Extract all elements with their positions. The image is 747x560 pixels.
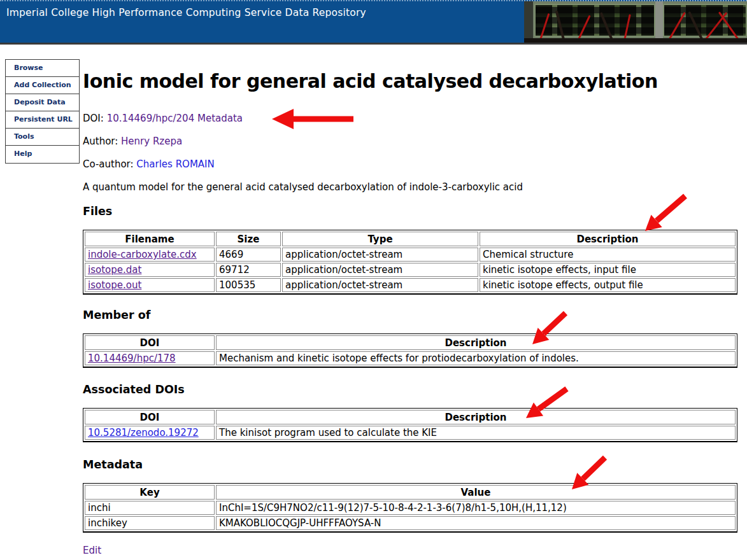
table-row: inchikey KMAKOBLIOCQGJP-UHFFFAOYSA-N <box>85 516 736 530</box>
coauthor-link[interactable]: Charles ROMAIN <box>136 158 214 170</box>
associated-dois-header-row: DOI Description <box>85 410 736 424</box>
table-row: isotope.dat 69712 application/octet-stre… <box>85 263 736 277</box>
table-row: inchi InChI=1S/C9H7NO2/c11-9(12)7-5-10-8… <box>85 501 736 515</box>
abstract-text: A quantum model for the general acid cat… <box>83 181 740 193</box>
sidebar-item-tools[interactable]: Tools <box>6 129 79 146</box>
doi-line: DOI: 10.14469/hpc/204 Metadata <box>83 112 740 125</box>
associated-dois-heading: Associated DOIs <box>83 383 740 396</box>
files-header-row: Filename Size Type Description <box>85 232 736 246</box>
member-of-heading: Member of <box>83 309 740 321</box>
coauthor-line: Co-author: Charles ROMAIN <box>83 158 740 171</box>
page-title: Ionic model for general acid catalysed d… <box>83 70 740 93</box>
sidebar-item-deposit-data[interactable]: Deposit Data <box>6 94 79 111</box>
associated-dois-table: DOI Description 10.5281/zenodo.19272 The… <box>83 408 737 442</box>
file-link[interactable]: indole-carboxylate.cdx <box>88 249 197 260</box>
author-line: Author: Henry Rzepa <box>83 135 740 148</box>
sidebar-item-browse[interactable]: Browse <box>6 60 79 77</box>
file-type: application/octet-stream <box>282 278 478 292</box>
metadata-value: InChI=1S/C9H7NO2/c11-9(12)7-5-10-8-4-2-1… <box>216 501 736 515</box>
associated-description: The kinisot program used to calculate th… <box>216 426 736 440</box>
photo-rack-gap <box>655 1 663 43</box>
member-of-table: DOI Description 10.14469/hpc/178 Mechani… <box>83 333 737 368</box>
table-row: 10.14469/hpc/178 Mechanism and kinetic i… <box>85 351 736 365</box>
site-title: Imperial College High Performance Comput… <box>6 7 366 18</box>
edit-link[interactable]: Edit <box>83 545 101 556</box>
metadata-key: inchikey <box>85 516 215 530</box>
member-description: Mechanism and kinetic isotope effects fo… <box>216 351 736 365</box>
file-type: application/octet-stream <box>282 263 478 277</box>
sidebar-item-add-collection[interactable]: Add Collection <box>6 77 79 94</box>
column-header-size: Size <box>216 232 281 246</box>
column-header-value: Value <box>216 485 736 500</box>
metadata-key: inchi <box>85 501 215 515</box>
member-doi-link[interactable]: 10.14469/hpc/178 <box>88 353 176 364</box>
file-description: kinetic isotope effects, output file <box>480 278 736 292</box>
column-header-type: Type <box>282 232 478 246</box>
column-header-description: Description <box>216 335 736 350</box>
file-link[interactable]: isotope.out <box>88 279 141 291</box>
files-heading: Files <box>83 205 740 218</box>
photo-server-panel <box>534 4 655 37</box>
coauthor-label: Co-author: <box>83 158 134 170</box>
column-header-key: Key <box>85 485 215 500</box>
metadata-value: KMAKOBLIOCQGJP-UHFFFAOYSA-N <box>216 516 736 530</box>
table-row: indole-carboxylate.cdx 4669 application/… <box>85 248 736 262</box>
column-header-doi: DOI <box>85 410 215 424</box>
associated-doi-link[interactable]: 10.5281/zenodo.19272 <box>88 427 199 438</box>
doi-link[interactable]: 10.14469/hpc/204 <box>107 113 195 124</box>
sidebar-item-persistent-url[interactable]: Persistent URL <box>6 111 79 129</box>
photo-rack-base <box>524 38 747 43</box>
metadata-heading: Metadata <box>83 458 740 471</box>
metadata-table: Key Value inchi InChI=1S/C9H7NO2/c11-9(1… <box>83 483 737 533</box>
file-size: 69712 <box>216 263 281 277</box>
file-link[interactable]: isotope.dat <box>88 264 141 276</box>
table-row: isotope.out 100535 application/octet-str… <box>85 278 736 292</box>
file-size: 4669 <box>216 248 281 262</box>
column-header-description: Description <box>480 232 736 246</box>
metadata-link[interactable]: Metadata <box>197 113 243 124</box>
doi-label: DOI: <box>83 113 104 124</box>
file-size: 100535 <box>216 278 281 292</box>
files-table: Filename Size Type Description indole-ca… <box>83 230 737 295</box>
column-header-filename: Filename <box>85 232 215 246</box>
file-description: kinetic isotope effects, input file <box>480 263 736 277</box>
member-of-header-row: DOI Description <box>85 335 736 350</box>
author-link[interactable]: Henry Rzepa <box>121 136 182 147</box>
file-description: Chemical structure <box>480 248 736 262</box>
photo-rack-edge <box>524 1 533 43</box>
column-header-description: Description <box>216 410 736 424</box>
header-photo-hpc-hardware <box>524 1 747 43</box>
site-header: Imperial College High Performance Comput… <box>0 0 747 45</box>
author-label: Author: <box>83 136 118 147</box>
main-content: Ionic model for general acid catalysed d… <box>83 70 740 557</box>
sidebar-nav: Browse Add Collection Deposit Data Persi… <box>5 59 80 164</box>
sidebar-item-help[interactable]: Help <box>6 146 79 163</box>
table-row: 10.5281/zenodo.19272 The kinisot program… <box>85 426 736 440</box>
column-header-doi: DOI <box>85 335 215 350</box>
file-type: application/octet-stream <box>282 248 478 262</box>
metadata-header-row: Key Value <box>85 485 736 500</box>
